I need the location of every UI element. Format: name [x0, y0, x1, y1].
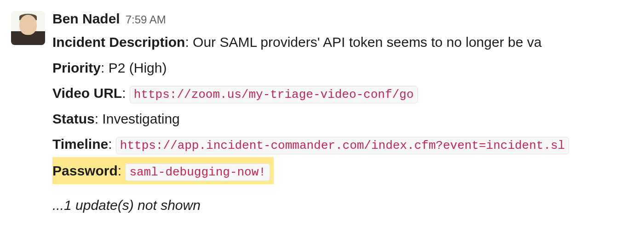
password-code[interactable]: saml-debugging-now!	[125, 164, 270, 181]
field-timeline: Timeline: https://app.incident-commander…	[52, 131, 644, 157]
field-priority: Priority: P2 (High)	[52, 55, 644, 81]
username[interactable]: Ben Nadel	[52, 11, 120, 27]
field-label: Priority	[52, 60, 101, 75]
field-status: Status: Investigating	[52, 106, 644, 132]
message-header: Ben Nadel 7:59 AM	[52, 11, 644, 27]
field-label: Timeline	[52, 136, 108, 152]
updates-not-shown[interactable]: ...1 update(s) not shown	[52, 192, 644, 218]
password-highlight: Password: saml-debugging-now!	[52, 157, 274, 185]
field-label: Incident Description	[52, 34, 185, 50]
video-url-code[interactable]: https://zoom.us/my-triage-video-conf/go	[130, 86, 418, 103]
field-label: Status	[52, 111, 95, 126]
field-label: Password	[52, 163, 118, 178]
message-body: Incident Description: Our SAML providers…	[52, 29, 644, 218]
field-value: P2 (High)	[109, 60, 167, 75]
timeline-url-code[interactable]: https://app.incident-commander.com/index…	[116, 137, 569, 154]
field-value: Investigating	[102, 111, 179, 126]
message-content: Ben Nadel 7:59 AM Incident Description: …	[52, 11, 644, 218]
avatar[interactable]	[11, 11, 45, 45]
field-label: Video URL	[52, 85, 122, 101]
field-video-url: Video URL: https://zoom.us/my-triage-vid…	[52, 80, 644, 106]
slack-message: Ben Nadel 7:59 AM Incident Description: …	[0, 0, 644, 218]
field-value: Our SAML providers' API token seems to n…	[193, 34, 541, 50]
timestamp[interactable]: 7:59 AM	[126, 13, 166, 26]
field-password-row: Password: saml-debugging-now!	[52, 157, 644, 185]
avatar-head	[19, 15, 37, 35]
field-incident-description: Incident Description: Our SAML providers…	[52, 29, 644, 55]
